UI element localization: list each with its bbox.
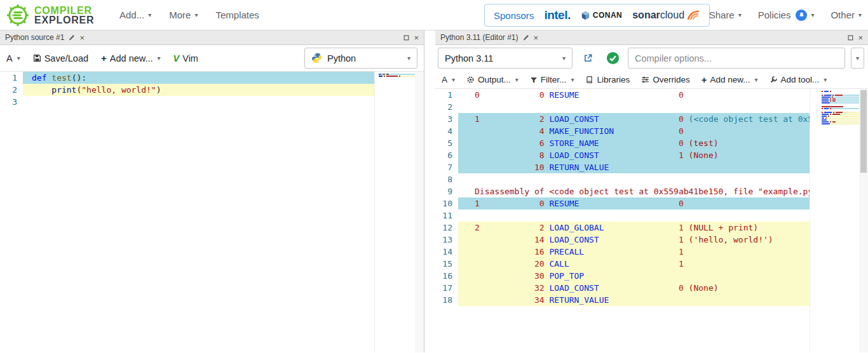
minimap-mark (824, 112, 832, 113)
asm-code-line[interactable]: 1 0 RESUME 0 (458, 197, 810, 210)
compiler-select[interactable]: Python 3.11 ▾ (438, 48, 573, 69)
asm-code-line[interactable]: 1 2 LOAD_CONST 0 (<code object test at 0… (458, 113, 810, 125)
line-number: 4 (435, 125, 452, 137)
asm-code-line[interactable]: 4 MAKE_FUNCTION 0 (458, 125, 810, 137)
python-logo-icon (311, 53, 322, 63)
minimap-mark (830, 114, 831, 115)
language-select[interactable]: Python ▾ (304, 48, 417, 69)
minimap-row (822, 108, 859, 109)
conan-logo[interactable]: CONAN (581, 11, 623, 20)
add-tool-button[interactable]: Add tool... ▾ (770, 75, 827, 84)
app-logo[interactable]: COMPILER EXPLORER (5, 3, 94, 28)
minimap-mark (833, 112, 834, 113)
asm-code-line[interactable]: 0 0 RESUME 0 (458, 89, 810, 101)
asm-code-line[interactable]: 2 2 LOAD_GLOBAL 1 (NULL + print) (458, 222, 810, 234)
menu-more[interactable]: More ▾ (169, 10, 198, 20)
menu-other[interactable]: Other ▾ (831, 10, 862, 20)
maximize-pane-icon[interactable] (848, 35, 853, 41)
minimap-mark (386, 76, 398, 77)
compiler-pane-header: Python 3.11 (Editor #1) × × (435, 30, 868, 45)
chevron-down-icon: ▾ (158, 55, 161, 62)
asm-code-line[interactable] (458, 101, 810, 113)
close-tab-icon[interactable]: × (534, 34, 539, 42)
minimap-mark (822, 116, 827, 117)
menu-templates[interactable]: Templates (215, 10, 259, 20)
pane-splitter[interactable] (424, 30, 435, 352)
add-new-button[interactable]: + Add new... ▾ (101, 53, 161, 63)
overrides-button[interactable]: Overrides (641, 75, 690, 84)
close-pane-icon[interactable]: × (858, 34, 863, 42)
source-scrollbar[interactable] (415, 72, 424, 352)
minimap-mark (822, 114, 829, 115)
wrench-icon (770, 76, 778, 84)
asm-code-line[interactable]: 20 CALL 1 (458, 258, 810, 270)
minimap-row (822, 112, 859, 113)
asm-code-line[interactable]: 10 RETURN_VALUE (458, 161, 810, 173)
minimap-mark (822, 106, 843, 107)
rename-pencil-icon[interactable] (523, 34, 529, 41)
asm-code-line[interactable] (458, 210, 810, 222)
filter-funnel-icon (530, 76, 538, 84)
source-code-line[interactable]: def test(): (23, 72, 374, 84)
compiler-options-input[interactable] (628, 48, 845, 69)
libraries-button[interactable]: Libraries (585, 75, 630, 84)
asm-code-line[interactable]: 30 POP_TOP (458, 270, 810, 282)
minimap-mark (828, 116, 829, 117)
minimap-row (822, 91, 859, 92)
asm-code-line[interactable] (458, 173, 810, 185)
source-code-line[interactable] (23, 96, 374, 108)
asm-code-line[interactable]: 14 LOAD_CONST 1 ('hello, world!') (458, 234, 810, 246)
nav-menus: Add... ▾ More ▾ Templates (119, 10, 259, 20)
close-pane-icon[interactable]: × (414, 34, 419, 42)
open-compiler-popout-button[interactable] (578, 49, 597, 68)
chevron-down-icon: ▾ (755, 76, 758, 83)
menu-add[interactable]: Add... ▾ (119, 10, 151, 20)
minimap-row (822, 121, 859, 123)
chevron-down-icon: ▾ (148, 11, 151, 18)
maximize-pane-icon[interactable] (403, 35, 409, 41)
sonarcloud-logo[interactable]: sonarcloud (632, 10, 700, 21)
asm-code-line[interactable]: 6 STORE_NAME 0 (test) (458, 137, 810, 149)
compiler-tab-title[interactable]: Python 3.11 (Editor #1) (440, 33, 519, 42)
save-load-button[interactable]: Save/Load (33, 53, 88, 63)
check-circle-icon (606, 51, 620, 65)
menu-share[interactable]: Share ▾ (709, 10, 742, 20)
vim-toggle-button[interactable]: V Vim (173, 53, 198, 63)
line-number: 8 (435, 173, 452, 185)
source-code[interactable]: def test(): print("hello, world!") (23, 72, 374, 352)
close-tab-icon[interactable]: × (79, 34, 85, 42)
font-size-button[interactable]: A ▾ (6, 53, 20, 63)
asm-add-new-button[interactable]: + Add new... ▾ (702, 74, 758, 85)
asm-scrollbar[interactable] (859, 89, 868, 352)
minimap-mark (822, 91, 823, 92)
asm-font-size-button[interactable]: A ▾ (442, 75, 455, 84)
source-minimap[interactable] (374, 72, 415, 352)
source-tab-title[interactable]: Python source #1 (5, 33, 64, 42)
asm-code-line[interactable]: Disassembly of <code object test at 0x55… (458, 185, 810, 197)
asm-code-line[interactable]: 32 LOAD_CONST 0 (None) (458, 282, 810, 294)
rename-pencil-icon[interactable] (69, 34, 75, 41)
asm-code[interactable]: 0 0 RESUME 01 2 LOAD_CONST 0 (<code obje… (458, 89, 810, 352)
minimap-mark (832, 98, 836, 100)
intel-logo[interactable]: intel. (544, 8, 570, 22)
asm-editor[interactable]: 123456789101112131415161718 0 0 RESUME 0… (435, 89, 868, 352)
asm-code-line[interactable]: 34 RETURN_VALUE (458, 294, 810, 306)
chevron-down-icon: ▾ (811, 11, 814, 18)
options-dropdown-button[interactable]: ▾ (851, 48, 864, 69)
asm-minimap[interactable] (810, 89, 859, 352)
output-button[interactable]: Output... ▾ (466, 75, 519, 84)
minimap-mark (832, 97, 833, 98)
scrollbar-thumb[interactable] (860, 90, 867, 173)
asm-code-line[interactable]: 16 PRECALL 1 (458, 246, 810, 258)
filter-button[interactable]: Filter... ▾ (530, 75, 574, 84)
line-number: 11 (435, 210, 452, 222)
asm-code-line[interactable]: 8 LOAD_CONST 1 (None) (458, 149, 810, 161)
menu-policies[interactable]: Policies ▾ (758, 10, 815, 21)
source-code-line[interactable]: print("hello, world!") (23, 84, 374, 96)
source-editor[interactable]: 123 def test(): print("hello, world!") (0, 72, 424, 352)
minimap-row (822, 119, 859, 121)
minimap-mark (399, 76, 400, 77)
sponsors-banner[interactable]: Sponsors intel. CONAN sonarcloud (484, 4, 710, 27)
minimap-row (822, 114, 859, 115)
minimap-mark (835, 95, 843, 96)
